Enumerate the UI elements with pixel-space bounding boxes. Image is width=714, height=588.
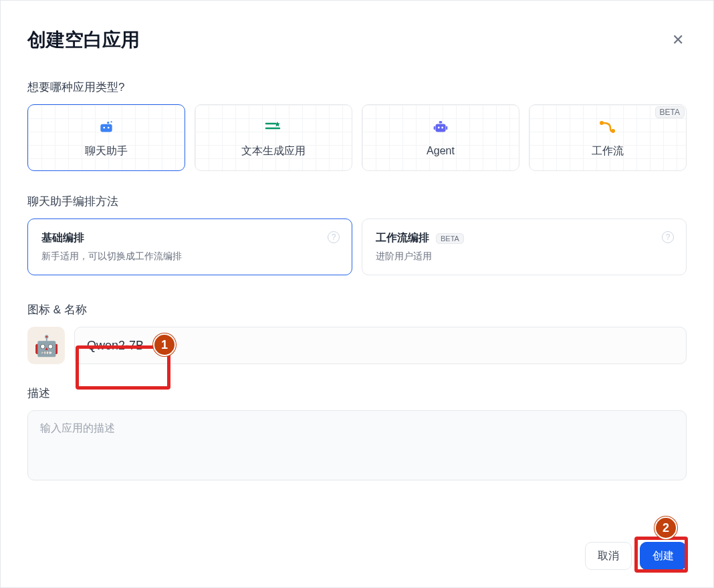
svg-point-1 — [107, 121, 109, 123]
svg-rect-7 — [435, 124, 445, 132]
help-icon[interactable]: ? — [328, 231, 340, 243]
svg-point-3 — [103, 126, 105, 128]
cancel-button[interactable]: 取消 — [585, 542, 632, 570]
orchestration-card-workflow[interactable]: ? 工作流编排 BETA 进阶用户适用 — [362, 218, 687, 275]
svg-point-2 — [111, 121, 112, 122]
card-label: 文本生成应用 — [241, 144, 306, 158]
workflow-icon — [598, 118, 617, 136]
app-name-input[interactable] — [74, 327, 687, 364]
app-type-label: 想要哪种应用类型? — [27, 80, 687, 95]
create-button[interactable]: 创建 — [640, 542, 687, 570]
orchestration-label: 聊天助手编排方法 — [27, 194, 687, 209]
app-type-card-workflow[interactable]: BETA 工作流 — [529, 104, 687, 171]
app-icon-picker[interactable]: 🤖 — [27, 327, 65, 364]
description-textarea[interactable] — [27, 410, 687, 480]
icon-name-label: 图标 & 名称 — [27, 302, 687, 317]
name-row: 🤖 — [27, 327, 687, 364]
svg-rect-0 — [100, 124, 112, 132]
create-app-dialog: 创建空白应用 ✕ 想要哪种应用类型? 聊天助手 文本生成应用 Agent BET — [0, 0, 714, 588]
description-label: 描述 — [27, 386, 687, 401]
card-label: 聊天助手 — [85, 144, 128, 158]
method-desc: 新手适用，可以切换成工作流编排 — [41, 251, 338, 263]
dialog-header: 创建空白应用 ✕ — [27, 27, 687, 53]
chat-bot-icon — [97, 118, 116, 136]
dialog-title: 创建空白应用 — [27, 27, 140, 53]
close-button[interactable]: ✕ — [669, 29, 687, 51]
close-icon: ✕ — [672, 31, 684, 48]
beta-badge: BETA — [655, 106, 685, 118]
app-type-row: 聊天助手 文本生成应用 Agent BETA 工作流 — [27, 104, 687, 171]
app-type-card-chat[interactable]: 聊天助手 — [27, 104, 185, 171]
svg-rect-11 — [434, 126, 435, 130]
text-gen-icon — [264, 118, 283, 136]
beta-badge: BETA — [436, 233, 464, 244]
agent-robot-icon — [431, 118, 450, 137]
svg-rect-8 — [439, 121, 442, 123]
svg-point-9 — [438, 127, 440, 129]
card-label: 工作流 — [592, 144, 624, 158]
app-type-card-textgen[interactable]: 文本生成应用 — [195, 104, 352, 171]
svg-point-10 — [441, 127, 443, 129]
robot-avatar-icon: 🤖 — [34, 334, 59, 357]
svg-point-4 — [108, 126, 110, 128]
method-title: 基础编排 — [41, 231, 84, 245]
orchestration-row: ? 基础编排 新手适用，可以切换成工作流编排 ? 工作流编排 BETA 进阶用户… — [27, 218, 687, 275]
svg-rect-12 — [446, 126, 447, 130]
orchestration-card-basic[interactable]: ? 基础编排 新手适用，可以切换成工作流编排 — [27, 218, 352, 275]
card-label: Agent — [427, 145, 455, 157]
method-desc: 进阶用户适用 — [376, 251, 673, 263]
dialog-footer: 取消 创建 — [585, 542, 687, 570]
app-type-card-agent[interactable]: Agent — [362, 104, 519, 171]
help-icon[interactable]: ? — [662, 231, 674, 243]
annotation-marker-2: 2 — [654, 517, 677, 539]
method-title: 工作流编排 — [376, 231, 429, 245]
